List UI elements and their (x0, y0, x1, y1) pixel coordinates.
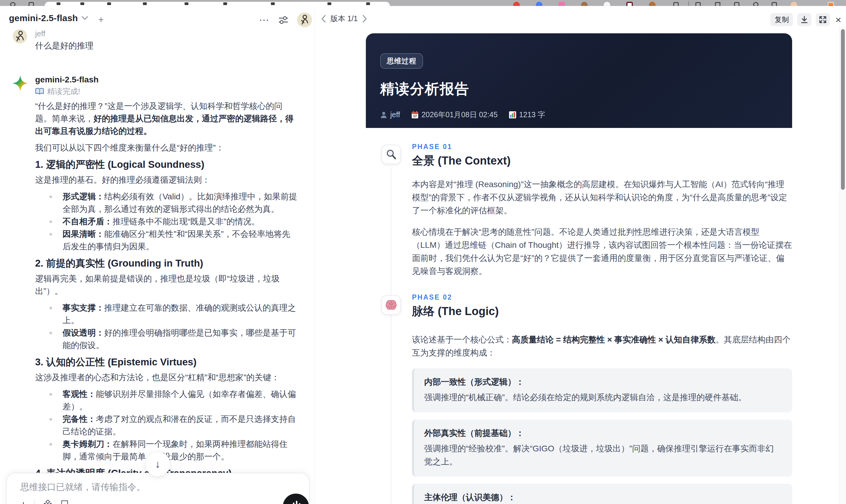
browser-puzzle-icon[interactable] (673, 2, 679, 6)
svg-text:17: 17 (413, 114, 417, 118)
brain-icon (381, 295, 401, 315)
section-3-list: 客观性：能够识别并尽量排除个人偏见（如幸存者偏差、确认偏差）。 完备性：考虑了对… (35, 388, 298, 463)
dimension-cards: 内部一致性（形式逻辑）： 强调推理的“机械正确”。结论必须在给定的规则系统内逻辑… (412, 368, 792, 504)
phase-2-section: PHASE 02 脉络 (The Logic) 该论述基于一个核心公式：高质量结… (366, 293, 792, 504)
download-button[interactable] (797, 13, 811, 26)
card-body: 强调推理的“经验校准”。解决“GIGO（垃圾进，垃圾出）”问题，确保推理引擎运行… (424, 442, 782, 468)
assistant-markdown: “什么是好的推理？”这是一个涉及逻辑学、认知科学和哲学核心的问题。简单来说，好的… (35, 100, 298, 504)
dimension-card-2: 外部真实性（前提基础）： 强调推理的“经验校准”。解决“GIGO（垃圾进，垃圾出… (412, 419, 792, 476)
attach-button[interactable]: + (20, 500, 27, 504)
section-3-title: 3. 认知的公正性 (Epistemic Virtues) (35, 356, 298, 368)
chat-header: gemini-2.5-flash + ⋯ (9, 11, 310, 29)
preview-toolbar: 复制 × (770, 13, 842, 26)
assistant-status-text: 精读完成! (47, 86, 80, 96)
list-item: 因果清晰：能准确区分“相关性”和“因果关系”，不会轻率地将先后发生的事情归为因果… (35, 228, 298, 253)
phase-1-paragraph-1: 本内容是对“推理 (Reasoning)”这一抽象概念的高层建模。在知识爆炸与人… (412, 178, 792, 217)
phase-1-section: PHASE 01 全景 (The Context) 本内容是对“推理 (Reas… (366, 142, 792, 278)
card-body: 强调推理的“机械正确”。结论必须在给定的规则系统内逻辑自洽，这是推理的硬件基础。 (424, 391, 782, 404)
preview-scrollbar[interactable] (840, 26, 846, 504)
list-item: 事实支撑：推理建立在可靠的数据、准确的观测或公认的真理之上。 (35, 302, 298, 327)
browser-profile-avatar[interactable] (791, 2, 797, 6)
report-date: 17 2026年01月08日 02:45 (411, 110, 498, 120)
bar-chart-icon (509, 111, 516, 119)
message-composer[interactable]: 思维接口已就绪，请传输指令。 + (6, 473, 310, 504)
composer-placeholder: 思维接口已就绪，请传输指令。 (20, 481, 145, 493)
user-message-text: 什么是好的推理 (35, 40, 298, 52)
dimension-card-1: 内部一致性（形式逻辑）： 强调推理的“机械正确”。结论必须在给定的规则系统内逻辑… (412, 368, 792, 412)
toolbar-divider (688, 1, 689, 6)
browser-toolbar (0, 0, 846, 6)
report-body: PHASE 01 全景 (The Context) 本内容是对“推理 (Reas… (366, 142, 792, 504)
browser-pen-icon[interactable] (715, 2, 720, 6)
magnifier-icon (381, 145, 401, 164)
list-item: 客观性：能够识别并尽量排除个人偏见（如幸存者偏差、确认偏差）。 (35, 388, 298, 413)
section-2-list: 事实支撑：推理建立在可靠的数据、准确的观测或公认的真理之上。 假设透明：好的推理… (35, 302, 298, 352)
phase-1-kicker: PHASE 01 (412, 142, 792, 151)
arrow-down-icon: ↓ (155, 458, 160, 470)
version-prev-icon[interactable] (321, 15, 326, 23)
chevron-down-icon (82, 16, 88, 20)
browser-lock-icon[interactable] (734, 2, 739, 6)
extension-icon-blue[interactable] (536, 2, 542, 6)
extension-icon-darkred[interactable] (626, 2, 633, 6)
book-icon (35, 88, 44, 95)
card-title: 外部真实性（前提基础）： (424, 428, 782, 438)
voice-input-button[interactable] (283, 493, 309, 504)
browser-sync-icon[interactable] (753, 2, 758, 6)
model-selector[interactable]: gemini-2.5-flash (9, 13, 88, 23)
phase-1-paragraph-2: 核心情境在于解决“思考的随意性”问题。不论是人类通过批判性思维进行决策，还是大语… (412, 226, 792, 278)
browser-tabs-icon[interactable] (29, 2, 34, 6)
close-preview-button[interactable]: × (834, 14, 842, 25)
fullscreen-button[interactable] (816, 13, 830, 26)
model-settings-icon[interactable] (278, 15, 289, 25)
browser-nav-icon[interactable] (10, 2, 16, 6)
extension-icon-pink[interactable] (559, 2, 565, 6)
section-1-title: 1. 逻辑的严密性 (Logical Soundness) (35, 158, 298, 171)
extension-icon-red[interactable] (513, 2, 520, 6)
version-next-icon[interactable] (362, 15, 367, 23)
user-name: jeff (35, 29, 298, 39)
version-label: 版本 1/1 (331, 14, 358, 23)
browser-menu-icon[interactable] (828, 2, 834, 6)
list-item: 形式逻辑：结构必须有效（Valid）。比如演绎推理中，如果前提全部为真，那么通过… (35, 191, 298, 215)
report-hero: 思维过程 精读分析报告 jeff 17 2026年01月08日 02:45 12… (366, 33, 792, 128)
gemini-logo-icon (12, 75, 29, 92)
bookmark-icon[interactable] (60, 500, 69, 504)
model-name: gemini-2.5-flash (9, 13, 78, 23)
user-avatar[interactable] (297, 13, 312, 28)
section-2-title: 2. 前提的真实性 (Grounding in Truth) (35, 257, 298, 270)
new-chat-button[interactable]: + (98, 14, 104, 25)
report-meta: jeff 17 2026年01月08日 02:45 1213 字 (380, 110, 778, 120)
user-message: jeff 什么是好的推理 (0, 29, 310, 52)
report-word-count: 1213 字 (509, 110, 545, 120)
card-title: 内部一致性（形式逻辑）： (424, 377, 782, 388)
version-navigator: 版本 1/1 (321, 14, 367, 23)
copy-button[interactable]: 复制 (770, 13, 793, 26)
report-badge: 思维过程 (380, 53, 423, 69)
jeff-avatar (13, 29, 27, 43)
assistant-name: gemini-2.5-flash (35, 74, 298, 85)
report-title: 精读分析报告 (380, 79, 778, 98)
browser-split-icon[interactable] (695, 2, 701, 6)
phase-1-title: 全景 (The Context) (412, 154, 792, 168)
phase-2-formula: 该论述基于一个核心公式：高质量结论 = 结构完整性 × 事实准确性 × 认知自律… (412, 333, 792, 359)
skills-icon[interactable] (42, 500, 53, 504)
more-options-button[interactable]: ⋯ (259, 14, 270, 26)
section-2-lead: 逻辑再完美，如果前提是错误的，推理也是垃圾（即“垃圾进，垃圾出”）。 (35, 272, 298, 298)
phase-2-title: 脉络 (The Logic) (412, 304, 792, 318)
list-item: 不自相矛盾：推理链条中不能出现“既是又非”的情况。 (35, 215, 298, 228)
composer-divider (34, 500, 35, 504)
extension-icon-brown[interactable] (581, 2, 588, 6)
chat-thread: jeff 什么是好的推理 gemini-2.5-flash 精读完成! (0, 29, 310, 504)
card-title: 主体伦理（认识美德）： (424, 492, 782, 503)
assistant-status: 精读完成! (35, 86, 298, 96)
app-window: gemini-2.5-flash + ⋯ 版本 1/1 复制 (0, 0, 846, 504)
extension-icon-orange-brown[interactable] (649, 2, 655, 6)
list-item: 完备性：考虑了对立的观点和潜在的反证，而不是只选择支持自己结论的证据。 (35, 413, 298, 438)
scrollbar-thumb[interactable] (841, 29, 845, 190)
phase-2-kicker: PHASE 02 (412, 293, 792, 302)
browser-glasses-icon[interactable] (772, 2, 777, 6)
scroll-to-bottom-button[interactable]: ↓ (145, 452, 170, 476)
browser-active-tab[interactable] (45, 2, 390, 6)
extension-icon-white[interactable] (604, 2, 610, 6)
